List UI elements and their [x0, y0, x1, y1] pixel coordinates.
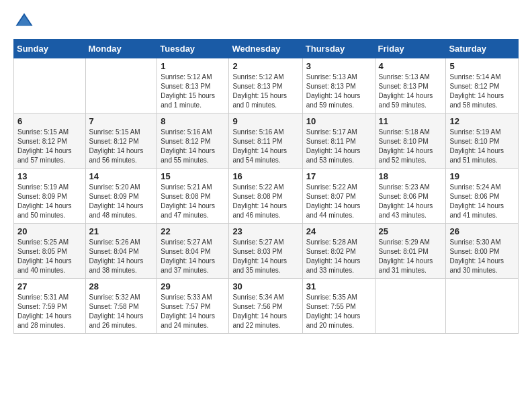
calendar-cell: 9Sunrise: 5:16 AM Sunset: 8:11 PM Daylig…	[229, 113, 302, 169]
calendar-cell: 3Sunrise: 5:13 AM Sunset: 8:13 PM Daylig…	[302, 58, 375, 113]
day-number: 25	[379, 226, 443, 236]
logo-icon	[15, 11, 34, 30]
calendar-header-row: SundayMondayTuesdayWednesdayThursdayFrid…	[14, 40, 519, 58]
day-info: Sunrise: 5:19 AM Sunset: 8:09 PM Dayligh…	[17, 183, 82, 220]
day-number: 3	[306, 61, 371, 71]
calendar-cell: 18Sunrise: 5:23 AM Sunset: 8:06 PM Dayli…	[375, 169, 446, 224]
day-number: 17	[306, 171, 371, 181]
day-info: Sunrise: 5:22 AM Sunset: 8:08 PM Dayligh…	[232, 183, 298, 220]
day-info: Sunrise: 5:19 AM Sunset: 8:10 PM Dayligh…	[449, 128, 515, 165]
day-info: Sunrise: 5:15 AM Sunset: 8:12 PM Dayligh…	[17, 128, 82, 165]
day-number: 29	[161, 281, 225, 291]
day-number: 12	[449, 116, 515, 126]
calendar-header-tuesday: Tuesday	[157, 40, 229, 58]
header	[13, 11, 519, 32]
calendar-cell: 25Sunrise: 5:29 AM Sunset: 8:01 PM Dayli…	[375, 224, 446, 279]
day-info: Sunrise: 5:22 AM Sunset: 8:07 PM Dayligh…	[306, 183, 371, 220]
day-info: Sunrise: 5:14 AM Sunset: 8:12 PM Dayligh…	[449, 73, 515, 110]
day-info: Sunrise: 5:18 AM Sunset: 8:10 PM Dayligh…	[379, 128, 443, 165]
calendar-cell: 2Sunrise: 5:12 AM Sunset: 8:13 PM Daylig…	[229, 58, 302, 113]
day-number: 23	[232, 226, 298, 236]
calendar-cell: 16Sunrise: 5:22 AM Sunset: 8:08 PM Dayli…	[229, 169, 302, 224]
day-info: Sunrise: 5:21 AM Sunset: 8:08 PM Dayligh…	[161, 183, 225, 220]
day-number: 18	[379, 171, 443, 181]
calendar-cell: 24Sunrise: 5:28 AM Sunset: 8:02 PM Dayli…	[302, 224, 375, 279]
calendar-week-4: 20Sunrise: 5:25 AM Sunset: 8:05 PM Dayli…	[14, 224, 519, 279]
calendar-cell	[375, 279, 446, 334]
calendar-cell: 10Sunrise: 5:17 AM Sunset: 8:11 PM Dayli…	[302, 113, 375, 169]
calendar-cell	[446, 279, 519, 334]
calendar-cell	[14, 58, 86, 113]
day-number: 15	[161, 171, 225, 181]
calendar-cell: 27Sunrise: 5:31 AM Sunset: 7:59 PM Dayli…	[14, 279, 86, 334]
calendar-cell: 8Sunrise: 5:16 AM Sunset: 8:12 PM Daylig…	[157, 113, 229, 169]
day-number: 30	[232, 281, 298, 291]
calendar-cell: 5Sunrise: 5:14 AM Sunset: 8:12 PM Daylig…	[446, 58, 519, 113]
calendar: SundayMondayTuesdayWednesdayThursdayFrid…	[13, 39, 519, 334]
day-number: 7	[89, 116, 154, 126]
day-info: Sunrise: 5:32 AM Sunset: 7:58 PM Dayligh…	[89, 293, 154, 330]
calendar-week-2: 6Sunrise: 5:15 AM Sunset: 8:12 PM Daylig…	[14, 113, 519, 169]
day-info: Sunrise: 5:24 AM Sunset: 8:06 PM Dayligh…	[449, 183, 515, 220]
calendar-cell: 17Sunrise: 5:22 AM Sunset: 8:07 PM Dayli…	[302, 169, 375, 224]
calendar-week-5: 27Sunrise: 5:31 AM Sunset: 7:59 PM Dayli…	[14, 279, 519, 334]
day-info: Sunrise: 5:15 AM Sunset: 8:12 PM Dayligh…	[89, 128, 154, 165]
calendar-cell: 4Sunrise: 5:13 AM Sunset: 8:13 PM Daylig…	[375, 58, 446, 113]
day-number: 24	[306, 226, 371, 236]
calendar-header-wednesday: Wednesday	[229, 40, 302, 58]
day-info: Sunrise: 5:13 AM Sunset: 8:13 PM Dayligh…	[306, 73, 371, 110]
calendar-week-3: 13Sunrise: 5:19 AM Sunset: 8:09 PM Dayli…	[14, 169, 519, 224]
day-number: 26	[449, 226, 515, 236]
calendar-cell: 28Sunrise: 5:32 AM Sunset: 7:58 PM Dayli…	[85, 279, 157, 334]
day-info: Sunrise: 5:25 AM Sunset: 8:05 PM Dayligh…	[17, 238, 82, 275]
day-number: 11	[379, 116, 443, 126]
day-info: Sunrise: 5:27 AM Sunset: 8:04 PM Dayligh…	[161, 238, 225, 275]
calendar-cell: 7Sunrise: 5:15 AM Sunset: 8:12 PM Daylig…	[85, 113, 157, 169]
day-number: 28	[89, 281, 154, 291]
day-info: Sunrise: 5:35 AM Sunset: 7:55 PM Dayligh…	[306, 293, 371, 330]
calendar-cell: 15Sunrise: 5:21 AM Sunset: 8:08 PM Dayli…	[157, 169, 229, 224]
day-info: Sunrise: 5:16 AM Sunset: 8:12 PM Dayligh…	[161, 128, 225, 165]
day-info: Sunrise: 5:17 AM Sunset: 8:11 PM Dayligh…	[306, 128, 371, 165]
day-info: Sunrise: 5:30 AM Sunset: 8:00 PM Dayligh…	[449, 238, 515, 275]
day-number: 9	[232, 116, 298, 126]
day-info: Sunrise: 5:12 AM Sunset: 8:13 PM Dayligh…	[161, 73, 225, 110]
day-info: Sunrise: 5:12 AM Sunset: 8:13 PM Dayligh…	[232, 73, 298, 110]
day-info: Sunrise: 5:20 AM Sunset: 8:09 PM Dayligh…	[89, 183, 154, 220]
day-number: 21	[89, 226, 154, 236]
calendar-cell: 11Sunrise: 5:18 AM Sunset: 8:10 PM Dayli…	[375, 113, 446, 169]
day-number: 8	[161, 116, 225, 126]
day-info: Sunrise: 5:23 AM Sunset: 8:06 PM Dayligh…	[379, 183, 443, 220]
calendar-cell: 1Sunrise: 5:12 AM Sunset: 8:13 PM Daylig…	[157, 58, 229, 113]
calendar-header-friday: Friday	[375, 40, 446, 58]
day-info: Sunrise: 5:27 AM Sunset: 8:03 PM Dayligh…	[232, 238, 298, 275]
day-number: 27	[17, 281, 82, 291]
calendar-cell: 23Sunrise: 5:27 AM Sunset: 8:03 PM Dayli…	[229, 224, 302, 279]
calendar-cell: 30Sunrise: 5:34 AM Sunset: 7:56 PM Dayli…	[229, 279, 302, 334]
day-number: 31	[306, 281, 371, 291]
calendar-cell: 20Sunrise: 5:25 AM Sunset: 8:05 PM Dayli…	[14, 224, 86, 279]
calendar-header-monday: Monday	[85, 40, 157, 58]
day-info: Sunrise: 5:29 AM Sunset: 8:01 PM Dayligh…	[379, 238, 443, 275]
day-number: 2	[232, 61, 298, 71]
day-number: 6	[17, 116, 82, 126]
day-number: 22	[161, 226, 225, 236]
calendar-header-thursday: Thursday	[302, 40, 375, 58]
day-info: Sunrise: 5:34 AM Sunset: 7:56 PM Dayligh…	[232, 293, 298, 330]
day-info: Sunrise: 5:28 AM Sunset: 8:02 PM Dayligh…	[306, 238, 371, 275]
calendar-cell: 13Sunrise: 5:19 AM Sunset: 8:09 PM Dayli…	[14, 169, 86, 224]
day-number: 13	[17, 171, 82, 181]
day-number: 19	[449, 171, 515, 181]
day-number: 1	[161, 61, 225, 71]
calendar-header-sunday: Sunday	[14, 40, 86, 58]
calendar-header-saturday: Saturday	[446, 40, 519, 58]
day-number: 14	[89, 171, 154, 181]
page: SundayMondayTuesdayWednesdayThursdayFrid…	[0, 0, 532, 411]
day-number: 20	[17, 226, 82, 236]
day-info: Sunrise: 5:16 AM Sunset: 8:11 PM Dayligh…	[232, 128, 298, 165]
day-info: Sunrise: 5:26 AM Sunset: 8:04 PM Dayligh…	[89, 238, 154, 275]
calendar-week-1: 1Sunrise: 5:12 AM Sunset: 8:13 PM Daylig…	[14, 58, 519, 113]
logo	[13, 11, 36, 32]
calendar-cell: 19Sunrise: 5:24 AM Sunset: 8:06 PM Dayli…	[446, 169, 519, 224]
calendar-cell: 29Sunrise: 5:33 AM Sunset: 7:57 PM Dayli…	[157, 279, 229, 334]
